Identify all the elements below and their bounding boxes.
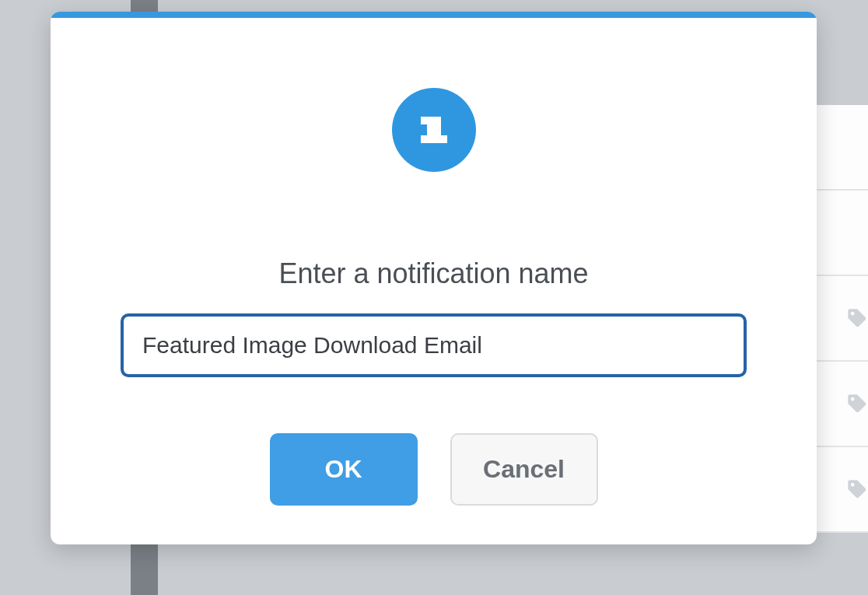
info-glyph <box>427 117 441 143</box>
dialog-prompt: Enter a notification name <box>278 257 588 290</box>
info-icon <box>392 88 476 172</box>
dialog-top-accent <box>51 12 817 18</box>
tag-icon <box>846 307 868 329</box>
dialog-button-row: OK Cancel <box>270 433 598 506</box>
tag-icon <box>846 393 868 415</box>
notification-name-dialog: Enter a notification name OK Cancel <box>51 12 817 544</box>
tag-icon <box>846 478 868 500</box>
dialog-body: Enter a notification name OK Cancel <box>51 18 817 506</box>
ok-button[interactable]: OK <box>270 433 418 506</box>
notification-name-input[interactable] <box>121 313 747 377</box>
cancel-button[interactable]: Cancel <box>450 433 598 506</box>
